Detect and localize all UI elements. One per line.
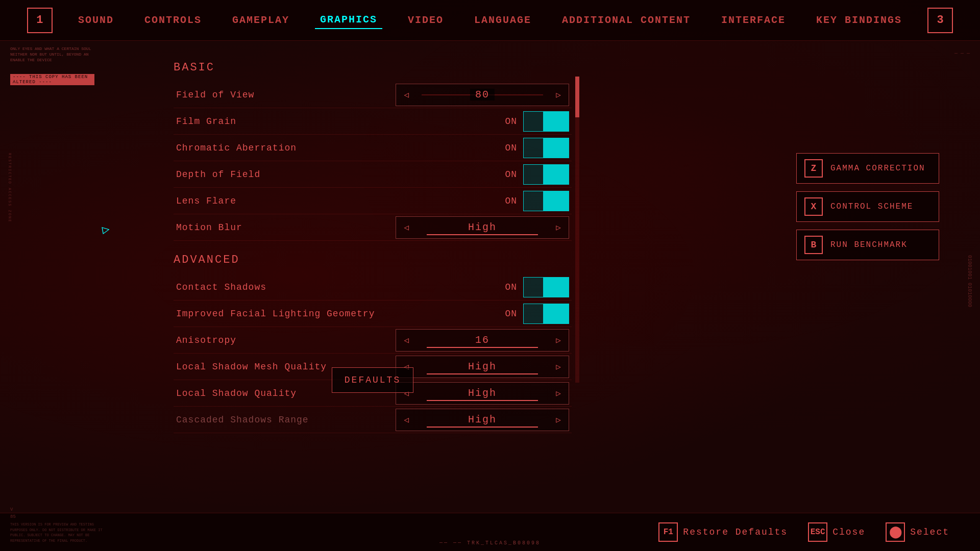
anisotropy-label: Anisotropy [176, 335, 236, 345]
run-benchmark-label: RUN BENCHMARK [830, 240, 908, 249]
basic-settings-list: Field of View ◁ 80 ▷ Film Grain ON C [174, 82, 572, 241]
select-key: ⬤ [886, 522, 905, 542]
nav-item-video[interactable]: VIDEO [403, 12, 449, 29]
version-details: THIS VERSION IS FOR PREVIEW AND TESTING … [10, 522, 112, 543]
chromatic-toggle[interactable] [523, 138, 569, 158]
fov-slider[interactable]: ◁ 80 ▷ [396, 84, 569, 106]
control-scheme-key-icon: X [804, 197, 823, 216]
setting-row-lens-flare: Lens Flare ON [174, 188, 572, 214]
shadow-mesh-value: High [416, 361, 548, 372]
shadow-quality-selector[interactable]: ◁ High ▷ [396, 382, 569, 405]
gamma-correction-label: GAMMA CORRECTION [830, 164, 925, 173]
setting-row-chromatic: Chromatic Aberration ON [174, 135, 572, 161]
nav-box-1: 1 [27, 8, 53, 33]
nav-item-interface[interactable]: INTERFACE [716, 12, 791, 29]
contact-shadows-control: ON [505, 277, 569, 297]
warning-bar: ---- THIS COPY HAS BEEN ALTERED ---- [10, 74, 94, 85]
control-scheme-button[interactable]: X CONTROL SCHEME [796, 191, 939, 222]
fov-decrease[interactable]: ◁ [396, 84, 416, 106]
shadow-mesh-selector[interactable]: ◁ High ▷ [396, 356, 569, 378]
gamma-correction-button[interactable]: Z GAMMA CORRECTION [796, 153, 939, 184]
chromatic-label: Chromatic Aberration [176, 143, 297, 153]
film-grain-label: Film Grain [176, 116, 236, 127]
restore-defaults-key: F1 [658, 522, 678, 542]
cascaded-shadows-increase[interactable]: ▷ [548, 409, 569, 431]
fov-increase[interactable]: ▷ [548, 84, 569, 106]
nav-item-sound[interactable]: SOUND [73, 12, 119, 29]
cascaded-shadows-selector[interactable]: ◁ High ▷ [396, 409, 569, 431]
lens-flare-value: ON [505, 196, 517, 206]
chromatic-fill [543, 138, 569, 158]
restore-defaults-action[interactable]: F1 Restore Defaults [658, 522, 788, 542]
advanced-settings-list: Contact Shadows ON Improved Facial Light… [174, 274, 572, 433]
facial-lighting-value: ON [505, 309, 517, 319]
version-info: V 85 THIS VERSION IS FOR PREVIEW AND TES… [10, 507, 112, 543]
facial-lighting-label: Improved Facial Lighting Geometry [176, 309, 375, 319]
restore-defaults-label: Restore Defaults [683, 527, 788, 537]
film-grain-fill [543, 112, 569, 131]
right-panel: Z GAMMA CORRECTION X CONTROL SCHEME B RU… [796, 153, 939, 260]
select-label: Select [910, 527, 949, 537]
dof-value: ON [505, 169, 517, 180]
control-scheme-label: CONTROL SCHEME [830, 202, 913, 211]
facial-lighting-toggle[interactable] [523, 304, 569, 324]
motion-blur-decrease[interactable]: ◁ [396, 216, 416, 239]
setting-row-dof: Depth of Field ON [174, 161, 572, 188]
run-benchmark-button[interactable]: B RUN BENCHMARK [796, 230, 939, 260]
contact-shadows-fill [543, 278, 569, 297]
setting-row-contact-shadows: Contact Shadows ON [174, 274, 572, 300]
shadow-quality-increase[interactable]: ▷ [548, 382, 569, 405]
main-content: Basic Field of View ◁ 80 ▷ Film Grain ON [174, 51, 572, 408]
anisotropy-increase[interactable]: ▷ [548, 329, 569, 352]
nav-item-additional-content[interactable]: ADDITIONAL CONTENT [557, 12, 696, 29]
contact-shadows-label: Contact Shadows [176, 282, 266, 292]
section-header-advanced: Advanced [174, 254, 572, 266]
film-grain-toggle[interactable] [523, 111, 569, 132]
nav-item-graphics[interactable]: GRAPHICS [315, 11, 382, 29]
lens-flare-toggle[interactable] [523, 191, 569, 211]
lens-flare-label: Lens Flare [176, 196, 236, 206]
dof-fill [543, 165, 569, 184]
motion-blur-increase[interactable]: ▷ [548, 216, 569, 239]
motion-blur-label: Motion Blur [176, 222, 242, 233]
dof-toggle[interactable] [523, 164, 569, 185]
anisotropy-decrease[interactable]: ◁ [396, 329, 416, 352]
fov-value: 80 [470, 89, 495, 101]
shadow-mesh-increase[interactable]: ▷ [548, 356, 569, 378]
facial-lighting-control: ON [505, 304, 569, 324]
cascaded-shadows-decrease[interactable]: ◁ [396, 409, 416, 431]
dof-control: ON [505, 164, 569, 185]
bottom-center-text: ── ── TRK_TLCAS_B08098 [439, 540, 541, 546]
setting-row-film-grain: Film Grain ON [174, 108, 572, 135]
cursor-icon: ▷ [101, 221, 111, 237]
lens-flare-fill [543, 191, 569, 211]
right-mid-deco: 01001001 01010000 [967, 255, 972, 307]
left-vert-text: RESTRICTED ACCESS ZONE [8, 153, 12, 222]
scrollbar[interactable] [575, 77, 579, 383]
select-action[interactable]: ⬤ Select [886, 522, 949, 542]
motion-blur-selector[interactable]: ◁ High ▷ [396, 216, 569, 239]
scrollbar-thumb[interactable] [575, 77, 579, 117]
setting-row-facial-lighting: Improved Facial Lighting Geometry ON [174, 300, 572, 327]
close-action[interactable]: ESC Close [808, 522, 865, 542]
track-id: TRK_TLCAS_B08098 [467, 540, 541, 546]
chromatic-value: ON [505, 143, 517, 153]
anisotropy-selector[interactable]: ◁ 16 ▷ [396, 329, 569, 352]
gamma-key-icon: Z [804, 159, 823, 178]
nav-item-key-bindings[interactable]: KEY BINDINGS [811, 12, 907, 29]
contact-shadows-toggle[interactable] [523, 277, 569, 297]
right-top-deco: ─ ─ ─ [954, 51, 970, 57]
defaults-button[interactable]: DEFAULTS [332, 367, 413, 393]
shadow-quality-label: Local Shadow Quality [176, 388, 297, 398]
nav-item-gameplay[interactable]: GAMEPLAY [227, 12, 295, 29]
fov-label: Field of View [176, 90, 254, 100]
nav-item-language[interactable]: LANGUAGE [469, 12, 536, 29]
motion-blur-value: High [416, 221, 548, 233]
warning-text: ---- THIS COPY HAS BEEN ALTERED ---- [13, 74, 92, 85]
nav-item-controls[interactable]: CONTROLS [139, 12, 207, 29]
film-grain-control: ON [505, 111, 569, 132]
nav-box-3: 3 [927, 8, 953, 33]
fov-track: 80 [416, 84, 548, 106]
top-navigation: 1 SOUND CONTROLS GAMEPLAY GRAPHICS VIDEO… [0, 0, 980, 41]
film-grain-value: ON [505, 116, 517, 127]
